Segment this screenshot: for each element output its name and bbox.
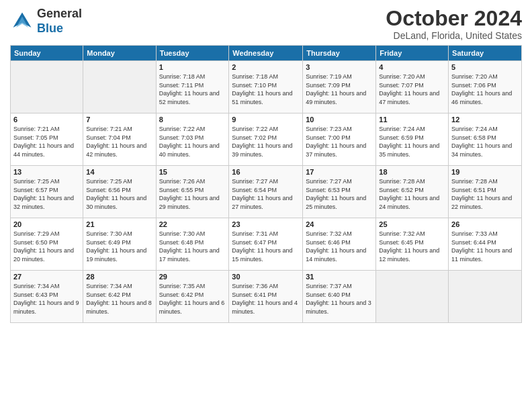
day-detail: Sunrise: 7:25 AMSunset: 6:57 PMDaylight:…	[13, 178, 74, 210]
day-number: 28	[86, 273, 152, 281]
day-number: 4	[379, 63, 445, 71]
page-container: General Blue October 2024 DeLand, Florid…	[0, 0, 532, 330]
day-number: 19	[451, 168, 519, 176]
calendar-cell: 16 Sunrise: 7:27 AMSunset: 6:54 PMDaylig…	[229, 166, 303, 218]
day-detail: Sunrise: 7:34 AMSunset: 6:43 PMDaylight:…	[13, 283, 79, 315]
logo-icon	[10, 9, 34, 34]
day-number: 30	[232, 273, 300, 281]
day-detail: Sunrise: 7:20 AMSunset: 7:07 PMDaylight:…	[379, 73, 439, 105]
calendar-header-row: SundayMondayTuesdayWednesdayThursdayFrid…	[11, 46, 522, 61]
calendar-cell: 20 Sunrise: 7:29 AMSunset: 6:50 PMDaylig…	[11, 218, 83, 271]
day-detail: Sunrise: 7:30 AMSunset: 6:49 PMDaylight:…	[86, 230, 146, 263]
logo: General Blue	[10, 7, 82, 36]
day-number: 17	[306, 168, 373, 176]
day-number: 11	[379, 116, 445, 124]
calendar-cell: 12 Sunrise: 7:24 AMSunset: 6:58 PMDaylig…	[449, 113, 522, 166]
day-number: 18	[379, 168, 445, 176]
calendar-cell: 22 Sunrise: 7:30 AMSunset: 6:48 PMDaylig…	[156, 218, 229, 271]
day-number: 23	[232, 220, 300, 228]
location: DeLand, Florida, United States	[386, 30, 522, 41]
day-number: 27	[13, 273, 80, 281]
calendar-cell: 30 Sunrise: 7:36 AMSunset: 6:41 PMDaylig…	[229, 271, 303, 323]
day-detail: Sunrise: 7:24 AMSunset: 6:59 PMDaylight:…	[379, 126, 439, 158]
calendar-cell: 5 Sunrise: 7:20 AMSunset: 7:06 PMDayligh…	[449, 61, 522, 113]
calendar-week-row: 27 Sunrise: 7:34 AMSunset: 6:43 PMDaylig…	[11, 271, 522, 323]
calendar-week-row: 20 Sunrise: 7:29 AMSunset: 6:50 PMDaylig…	[11, 218, 522, 271]
calendar-cell: 9 Sunrise: 7:22 AMSunset: 7:02 PMDayligh…	[229, 113, 303, 166]
day-detail: Sunrise: 7:30 AMSunset: 6:48 PMDaylight:…	[159, 230, 220, 263]
day-detail: Sunrise: 7:24 AMSunset: 6:58 PMDaylight:…	[451, 126, 512, 158]
day-detail: Sunrise: 7:23 AMSunset: 7:00 PMDaylight:…	[306, 126, 366, 158]
day-header-saturday: Saturday	[449, 46, 522, 61]
day-detail: Sunrise: 7:28 AMSunset: 6:51 PMDaylight:…	[451, 178, 512, 210]
day-detail: Sunrise: 7:28 AMSunset: 6:52 PMDaylight:…	[379, 178, 439, 210]
calendar-cell: 25 Sunrise: 7:32 AMSunset: 6:45 PMDaylig…	[376, 218, 449, 271]
day-detail: Sunrise: 7:33 AMSunset: 6:44 PMDaylight:…	[451, 230, 512, 263]
calendar-cell: 11 Sunrise: 7:24 AMSunset: 6:59 PMDaylig…	[376, 113, 449, 166]
calendar-cell: 2 Sunrise: 7:18 AMSunset: 7:10 PMDayligh…	[229, 61, 303, 113]
day-number: 24	[306, 220, 373, 228]
day-header-sunday: Sunday	[11, 46, 83, 61]
day-number: 21	[86, 220, 152, 228]
calendar-cell: 26 Sunrise: 7:33 AMSunset: 6:44 PMDaylig…	[449, 218, 522, 271]
calendar-cell: 1 Sunrise: 7:18 AMSunset: 7:11 PMDayligh…	[156, 61, 229, 113]
calendar-cell: 27 Sunrise: 7:34 AMSunset: 6:43 PMDaylig…	[11, 271, 83, 323]
day-number: 3	[306, 63, 373, 71]
day-detail: Sunrise: 7:37 AMSunset: 6:40 PMDaylight:…	[306, 283, 371, 315]
day-detail: Sunrise: 7:29 AMSunset: 6:50 PMDaylight:…	[13, 230, 74, 263]
day-number: 16	[232, 168, 300, 176]
day-header-tuesday: Tuesday	[156, 46, 229, 61]
day-number: 25	[379, 220, 445, 228]
header: General Blue October 2024 DeLand, Florid…	[10, 7, 522, 41]
calendar-week-row: 13 Sunrise: 7:25 AMSunset: 6:57 PMDaylig…	[11, 166, 522, 218]
calendar-cell: 15 Sunrise: 7:26 AMSunset: 6:55 PMDaylig…	[156, 166, 229, 218]
month-title: October 2024	[386, 7, 522, 30]
day-number: 5	[451, 63, 519, 71]
calendar-cell: 8 Sunrise: 7:22 AMSunset: 7:03 PMDayligh…	[156, 113, 229, 166]
calendar-week-row: 1 Sunrise: 7:18 AMSunset: 7:11 PMDayligh…	[11, 61, 522, 113]
calendar-cell: 6 Sunrise: 7:21 AMSunset: 7:05 PMDayligh…	[11, 113, 83, 166]
calendar-cell: 18 Sunrise: 7:28 AMSunset: 6:52 PMDaylig…	[376, 166, 449, 218]
day-detail: Sunrise: 7:25 AMSunset: 6:56 PMDaylight:…	[86, 178, 146, 210]
day-detail: Sunrise: 7:26 AMSunset: 6:55 PMDaylight:…	[159, 178, 220, 210]
day-detail: Sunrise: 7:31 AMSunset: 6:47 PMDaylight:…	[232, 230, 292, 263]
calendar-cell: 24 Sunrise: 7:32 AMSunset: 6:46 PMDaylig…	[303, 218, 376, 271]
calendar-cell	[376, 271, 449, 323]
calendar-cell	[11, 61, 83, 113]
day-number: 12	[451, 116, 519, 124]
calendar-cell: 28 Sunrise: 7:34 AMSunset: 6:42 PMDaylig…	[83, 271, 156, 323]
day-header-friday: Friday	[376, 46, 449, 61]
day-detail: Sunrise: 7:21 AMSunset: 7:05 PMDaylight:…	[13, 126, 74, 158]
day-number: 7	[86, 116, 152, 124]
day-detail: Sunrise: 7:19 AMSunset: 7:09 PMDaylight:…	[306, 73, 366, 105]
calendar-cell: 3 Sunrise: 7:19 AMSunset: 7:09 PMDayligh…	[303, 61, 376, 113]
day-number: 2	[232, 63, 300, 71]
day-number: 29	[159, 273, 226, 281]
day-number: 13	[13, 168, 80, 176]
calendar-cell: 17 Sunrise: 7:27 AMSunset: 6:53 PMDaylig…	[303, 166, 376, 218]
day-header-wednesday: Wednesday	[229, 46, 303, 61]
calendar-cell: 4 Sunrise: 7:20 AMSunset: 7:07 PMDayligh…	[376, 61, 449, 113]
day-number: 22	[159, 220, 226, 228]
day-number: 8	[159, 116, 226, 124]
calendar-cell	[83, 61, 156, 113]
calendar-cell: 14 Sunrise: 7:25 AMSunset: 6:56 PMDaylig…	[83, 166, 156, 218]
day-number: 1	[159, 63, 226, 71]
day-detail: Sunrise: 7:20 AMSunset: 7:06 PMDaylight:…	[451, 73, 512, 105]
title-block: October 2024 DeLand, Florida, United Sta…	[386, 7, 522, 41]
day-header-thursday: Thursday	[303, 46, 376, 61]
day-detail: Sunrise: 7:32 AMSunset: 6:45 PMDaylight:…	[379, 230, 439, 263]
day-detail: Sunrise: 7:18 AMSunset: 7:10 PMDaylight:…	[232, 73, 292, 105]
day-detail: Sunrise: 7:22 AMSunset: 7:03 PMDaylight:…	[159, 126, 220, 158]
day-number: 9	[232, 116, 300, 124]
day-detail: Sunrise: 7:35 AMSunset: 6:42 PMDaylight:…	[159, 283, 225, 315]
calendar-week-row: 6 Sunrise: 7:21 AMSunset: 7:05 PMDayligh…	[11, 113, 522, 166]
day-number: 20	[13, 220, 80, 228]
calendar-cell: 21 Sunrise: 7:30 AMSunset: 6:49 PMDaylig…	[83, 218, 156, 271]
day-detail: Sunrise: 7:21 AMSunset: 7:04 PMDaylight:…	[86, 126, 146, 158]
day-number: 14	[86, 168, 152, 176]
calendar-cell: 19 Sunrise: 7:28 AMSunset: 6:51 PMDaylig…	[449, 166, 522, 218]
calendar-table: SundayMondayTuesdayWednesdayThursdayFrid…	[10, 45, 522, 323]
logo-text: General Blue	[37, 7, 82, 36]
calendar-cell: 10 Sunrise: 7:23 AMSunset: 7:00 PMDaylig…	[303, 113, 376, 166]
